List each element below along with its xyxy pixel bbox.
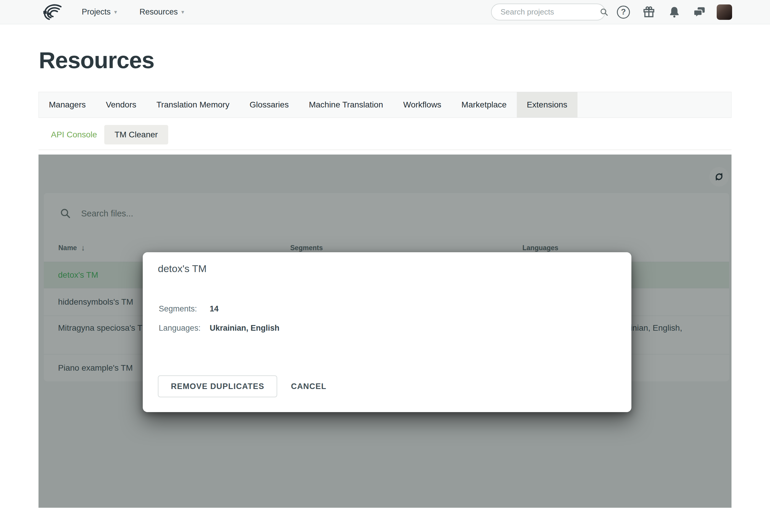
- subtab-api-console[interactable]: API Console: [51, 130, 97, 139]
- nav-resources-menu[interactable]: Resources ▾: [139, 7, 184, 17]
- tab-glossaries[interactable]: Glossaries: [239, 92, 299, 118]
- gift-icon: [642, 5, 656, 19]
- tm-details-modal: detox's TM Segments: 14 Languages: Ukrai…: [143, 252, 631, 412]
- chevron-down-icon: ▾: [181, 9, 184, 15]
- subtab-tm-cleaner[interactable]: TM Cleaner: [104, 125, 168, 144]
- bell-icon: [668, 6, 681, 19]
- tab-workflows[interactable]: Workflows: [393, 92, 451, 118]
- cancel-button[interactable]: CANCEL: [287, 382, 330, 391]
- languages-label: Languages:: [159, 324, 210, 333]
- projects-search-input[interactable]: [501, 7, 600, 17]
- tm-cleaner-panel: Name ↓ Segments Languages detox's TM hid…: [38, 155, 732, 508]
- languages-field: Languages: Ukrainian, English: [159, 324, 279, 333]
- help-icon: ?: [617, 6, 630, 19]
- tab-machine-translation[interactable]: Machine Translation: [299, 92, 393, 118]
- tab-extensions[interactable]: Extensions: [517, 92, 578, 118]
- tab-translation-memory[interactable]: Translation Memory: [146, 92, 239, 118]
- modal-actions: REMOVE DUPLICATES CANCEL: [158, 375, 330, 397]
- whats-new-button[interactable]: [642, 5, 656, 20]
- projects-search[interactable]: [491, 4, 605, 20]
- tab-marketplace[interactable]: Marketplace: [451, 92, 517, 118]
- brand-logo[interactable]: [41, 3, 63, 21]
- help-button[interactable]: ?: [616, 5, 631, 20]
- resources-tabbar: Managers Vendors Translation Memory Glos…: [38, 92, 732, 118]
- top-nav: Projects ▾ Resources ▾ ?: [0, 0, 770, 24]
- segments-field: Segments: 14: [159, 304, 218, 314]
- user-avatar[interactable]: [717, 4, 732, 20]
- page-title: Resources: [39, 47, 154, 74]
- notifications-button[interactable]: [667, 5, 682, 20]
- tab-managers[interactable]: Managers: [39, 92, 96, 118]
- nav-resources-label: Resources: [139, 7, 178, 17]
- modal-title: detox's TM: [158, 263, 207, 274]
- extensions-subtabs: API Console TM Cleaner: [38, 125, 168, 144]
- languages-value: Ukrainian, English: [210, 324, 279, 333]
- help-glyph: ?: [621, 7, 626, 17]
- nav-projects-menu[interactable]: Projects ▾: [82, 7, 117, 17]
- segments-label: Segments:: [159, 304, 210, 314]
- subtabs-divider: [38, 150, 732, 150]
- segments-value: 14: [210, 304, 218, 314]
- chat-icon: [693, 6, 706, 19]
- search-icon: [600, 8, 609, 17]
- chevron-down-icon: ▾: [114, 9, 117, 15]
- tab-vendors[interactable]: Vendors: [96, 92, 147, 118]
- nav-projects-label: Projects: [82, 7, 111, 17]
- remove-duplicates-button[interactable]: REMOVE DUPLICATES: [158, 375, 277, 397]
- messages-button[interactable]: [692, 5, 707, 20]
